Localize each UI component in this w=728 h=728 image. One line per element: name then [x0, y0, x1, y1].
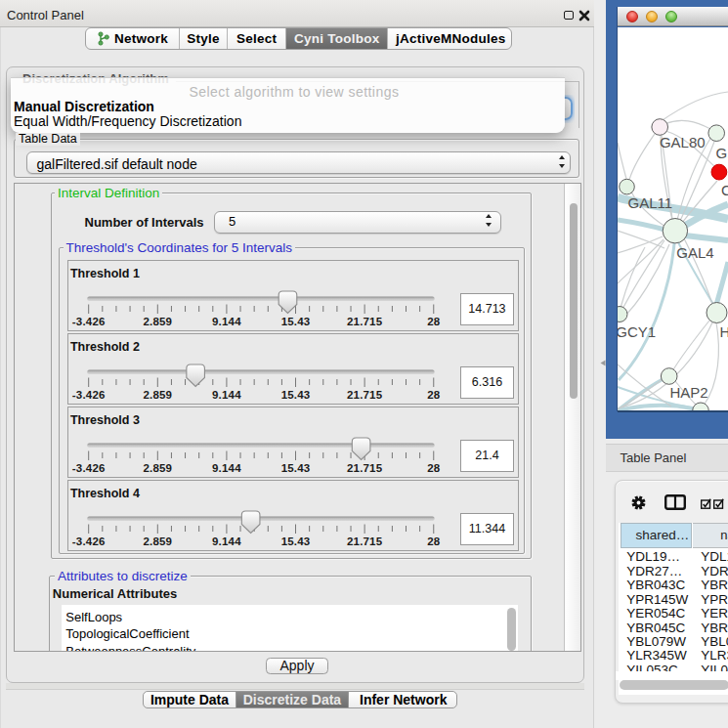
svg-text:GAL11: GAL11 — [628, 194, 673, 211]
svg-text:21.715: 21.715 — [347, 389, 383, 401]
svg-text:2.859: 2.859 — [143, 462, 172, 474]
svg-text:21.715: 21.715 — [347, 462, 383, 474]
svg-text:2.859: 2.859 — [143, 316, 172, 327]
svg-text:28: 28 — [427, 462, 441, 474]
svg-text:28: 28 — [427, 316, 441, 327]
svg-text:2.859: 2.859 — [143, 535, 172, 547]
svg-text:9.144: 9.144 — [212, 462, 241, 474]
svg-text:-3.426: -3.426 — [72, 462, 106, 474]
svg-text:2.859: 2.859 — [143, 389, 172, 401]
svg-text:15.43: 15.43 — [280, 462, 310, 474]
svg-text:15.43: 15.43 — [280, 535, 310, 547]
svg-text:15.43: 15.43 — [280, 316, 310, 327]
svg-text:C: C — [721, 182, 728, 198]
svg-text:9.144: 9.144 — [212, 389, 241, 401]
svg-text:GCY1: GCY1 — [618, 323, 656, 340]
svg-text:21.715: 21.715 — [347, 316, 383, 327]
svg-text:GAL80: GAL80 — [660, 134, 706, 150]
svg-text:21.715: 21.715 — [347, 535, 383, 547]
svg-text:9.144: 9.144 — [212, 535, 241, 547]
svg-text:H: H — [720, 323, 728, 340]
svg-text:28: 28 — [427, 389, 441, 401]
svg-text:-3.426: -3.426 — [72, 535, 106, 547]
svg-text:9.144: 9.144 — [212, 316, 241, 327]
svg-text:15.43: 15.43 — [280, 389, 310, 401]
svg-text:-3.426: -3.426 — [72, 389, 106, 401]
svg-text:G.: G. — [715, 145, 728, 161]
svg-text:HAP2: HAP2 — [669, 384, 707, 401]
svg-text:28: 28 — [427, 535, 441, 547]
svg-text:GAL4: GAL4 — [676, 244, 713, 261]
svg-text:-3.426: -3.426 — [72, 316, 106, 327]
